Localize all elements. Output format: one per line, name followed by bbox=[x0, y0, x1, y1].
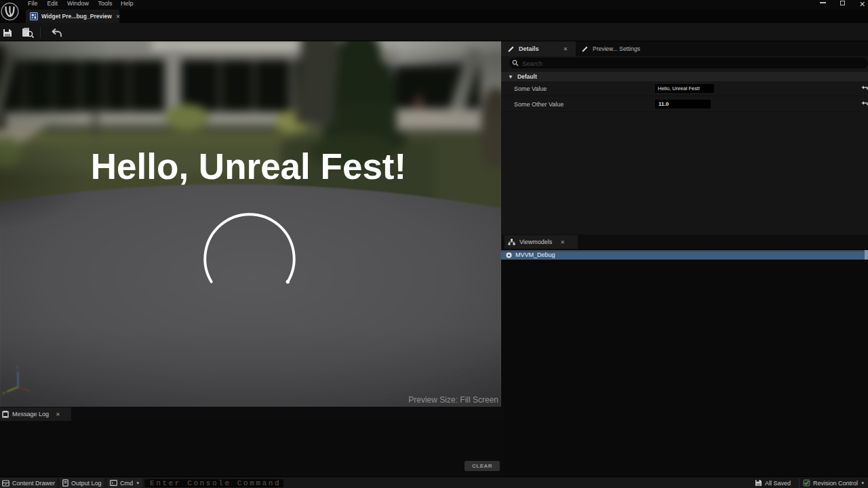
svg-text:Y: Y bbox=[2, 390, 6, 396]
svg-text:Z: Z bbox=[16, 364, 19, 370]
svg-text:X: X bbox=[30, 390, 34, 396]
